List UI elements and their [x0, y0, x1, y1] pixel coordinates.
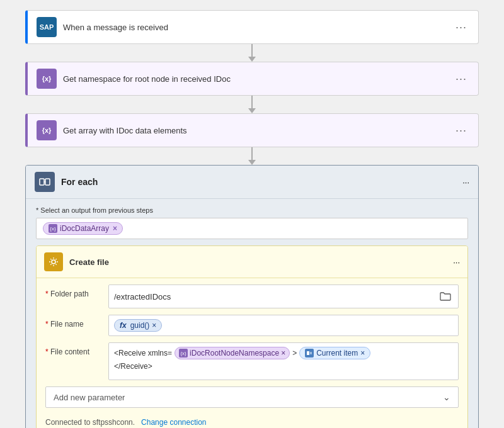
select-output-field: * Select an output from previous steps {…	[36, 206, 468, 239]
guid-token[interactable]: fx guid() ×	[114, 319, 162, 332]
change-connection-link[interactable]: Change connection	[141, 418, 206, 427]
folder-path-row: * Folder path /extractedIDocs	[45, 284, 459, 308]
connection-text: Connected to sftpsshconn.	[45, 418, 135, 427]
current-item-remove[interactable]: ×	[360, 349, 365, 358]
step-sap-label: When a message is received	[63, 23, 447, 32]
svg-rect-1	[45, 179, 50, 185]
select-output-label: * Select an output from previous steps	[36, 206, 468, 214]
content-line-2: </Receive>	[114, 362, 453, 371]
folder-path-input[interactable]: /extractedIDocs	[108, 284, 459, 308]
file-content-input[interactable]: <Receive xmlns= {x} iDocRootNodeNamespac…	[108, 342, 459, 380]
content-prefix: <Receive xmlns=	[114, 349, 172, 358]
connector-3	[248, 147, 256, 165]
folder-path-label-text: Folder path	[50, 290, 89, 298]
svg-rect-4	[307, 351, 309, 355]
current-item-label: Current item	[316, 349, 358, 358]
create-file-icon	[44, 252, 63, 271]
step-array-label: Get array with IDoc data elements	[63, 126, 447, 135]
step-namespace-label: Get namespace for root node in received …	[63, 74, 447, 84]
token-label: iDocDataArray	[60, 224, 109, 233]
folder-path-value: /extractedIDocs	[114, 292, 438, 301]
idoc-array-token[interactable]: {x} iDocDataArray ×	[43, 222, 123, 235]
svg-rect-0	[40, 179, 44, 185]
foreach-container: For each ··· * Select an output from pre…	[25, 165, 479, 428]
connection-row: Connected to sftpsshconn. Change connect…	[45, 414, 459, 427]
expr-icon-2: {x}	[37, 120, 57, 140]
file-content-row: * File content <Receive xmlns= {x} iDocR…	[45, 342, 459, 380]
step-namespace-more[interactable]: ···	[453, 70, 469, 88]
token-remove[interactable]: ×	[113, 224, 117, 233]
folder-browse-icon[interactable]	[438, 289, 453, 304]
foreach-icon	[35, 172, 55, 192]
current-item-icon	[305, 349, 314, 358]
guid-token-remove[interactable]: ×	[152, 321, 156, 330]
connector-2	[248, 96, 256, 113]
current-item-token[interactable]: Current item ×	[299, 347, 370, 359]
file-name-row: * File name fx guid() ×	[45, 315, 459, 336]
content-separator: >	[292, 349, 297, 358]
namespace-token-label: iDocRootNodeNamespace	[190, 349, 279, 358]
foreach-header[interactable]: For each ···	[26, 166, 478, 199]
guid-token-label: guid()	[130, 321, 150, 330]
file-content-label-text: File content	[49, 347, 89, 356]
step-sap[interactable]: SAP When a message is received ···	[25, 10, 479, 44]
add-param-label: Add new parameter	[54, 393, 125, 402]
file-name-input[interactable]: fx guid() ×	[108, 315, 459, 336]
func-fx-icon: fx	[120, 321, 127, 330]
foreach-body: * Select an output from previous steps {…	[26, 199, 478, 428]
content-suffix: </Receive>	[114, 362, 152, 371]
output-token-input[interactable]: {x} iDocDataArray ×	[36, 218, 468, 239]
chevron-down-icon: ⌄	[443, 392, 450, 402]
create-file-more[interactable]: ···	[453, 257, 460, 267]
foreach-more[interactable]: ···	[462, 177, 469, 187]
add-param-row[interactable]: Add new parameter ⌄	[45, 386, 459, 408]
step-namespace[interactable]: {x} Get namespace for root node in recei…	[25, 62, 479, 96]
folder-path-label: * Folder path	[45, 284, 102, 298]
step-sap-more[interactable]: ···	[453, 18, 469, 37]
content-line-1: <Receive xmlns= {x} iDocRootNodeNamespac…	[114, 347, 453, 359]
create-file-block: Create file ··· * Folder path /extracted…	[36, 245, 468, 428]
namespace-token-remove[interactable]: ×	[281, 349, 285, 358]
create-file-body: * Folder path /extractedIDocs	[37, 278, 467, 428]
step-array-more[interactable]: ···	[453, 121, 469, 140]
connector-1	[248, 44, 256, 62]
svg-point-3	[52, 260, 55, 264]
file-content-label: * File content	[45, 342, 102, 356]
namespace-token[interactable]: {x} iDocRootNodeNamespace ×	[175, 347, 290, 359]
token-expr-icon: {x}	[49, 224, 57, 233]
expr-icon-1: {x}	[37, 69, 57, 89]
file-name-label: * File name	[45, 315, 102, 329]
file-name-label-text: File name	[49, 320, 84, 329]
create-file-header[interactable]: Create file ···	[37, 246, 467, 278]
sap-icon: SAP	[37, 17, 57, 37]
create-file-title: Create file	[69, 257, 447, 267]
workflow-canvas: SAP When a message is received ··· {x} G…	[25, 10, 479, 428]
foreach-title: For each	[61, 177, 456, 187]
expr-token-icon: {x}	[179, 349, 188, 358]
step-array[interactable]: {x} Get array with IDoc data elements ··…	[25, 113, 479, 147]
